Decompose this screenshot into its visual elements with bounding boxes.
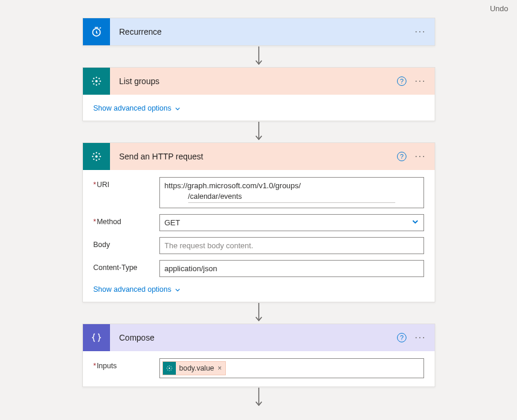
chevron-down-icon	[175, 286, 181, 292]
svg-point-23	[171, 368, 172, 368]
help-icon[interactable]: ?	[397, 333, 406, 342]
svg-point-1	[95, 80, 97, 82]
svg-point-16	[98, 153, 99, 154]
help-icon[interactable]: ?	[397, 152, 406, 161]
undo-button[interactable]: Undo	[490, 4, 508, 13]
uri-input[interactable]: https://graph.microsoft.com/v1.0/groups/…	[159, 177, 424, 208]
step-http-request: Send an HTTP request ? ··· *URI https://…	[82, 142, 435, 302]
svg-point-13	[92, 156, 93, 157]
show-advanced-label: Show advanced options	[94, 285, 172, 294]
show-advanced-toggle[interactable]: Show advanced options	[94, 283, 424, 295]
method-label: *Method	[94, 214, 159, 226]
show-advanced-toggle[interactable]: Show advanced options	[94, 102, 424, 114]
svg-point-18	[98, 158, 99, 159]
svg-point-15	[93, 153, 94, 154]
svg-point-14	[99, 156, 101, 157]
step-title: List groups	[110, 76, 398, 86]
connector-arrow	[255, 46, 263, 67]
content-type-label: Content-Type	[94, 260, 159, 272]
braces-icon	[83, 324, 110, 351]
method-select[interactable]: GET	[159, 214, 424, 231]
more-menu-button[interactable]: ···	[415, 76, 426, 86]
dynamic-content-token[interactable]: body.value ×	[162, 361, 226, 375]
body-input[interactable]	[159, 237, 424, 254]
svg-point-5	[99, 81, 101, 82]
show-advanced-label: Show advanced options	[94, 104, 172, 112]
graph-node-icon	[163, 362, 176, 375]
svg-point-10	[95, 155, 97, 158]
step-header[interactable]: Compose ? ···	[83, 324, 435, 351]
more-menu-button[interactable]: ···	[415, 152, 426, 161]
svg-point-4	[92, 81, 93, 82]
svg-point-7	[98, 78, 99, 79]
token-label: body.value	[179, 364, 215, 372]
connector-arrow	[255, 302, 263, 324]
svg-point-2	[95, 76, 96, 78]
svg-point-6	[93, 78, 94, 79]
uri-value-line2: /calendar/events	[188, 192, 395, 203]
step-header[interactable]: Recurrence ···	[83, 18, 435, 45]
clock-icon	[83, 18, 110, 45]
step-recurrence: Recurrence ···	[82, 18, 435, 46]
svg-point-26	[167, 369, 168, 370]
token-remove-button[interactable]: ×	[218, 364, 222, 372]
content-type-input[interactable]	[159, 260, 424, 277]
svg-point-17	[93, 158, 94, 159]
svg-point-8	[93, 83, 94, 84]
svg-point-24	[167, 366, 168, 366]
uri-label: *URI	[94, 177, 159, 189]
step-header[interactable]: Send an HTTP request ? ···	[83, 143, 435, 170]
svg-point-12	[95, 159, 96, 161]
more-menu-button[interactable]: ···	[415, 333, 426, 342]
svg-point-9	[98, 83, 99, 84]
inputs-label: *Inputs	[94, 358, 159, 370]
chevron-down-icon	[175, 105, 181, 111]
step-header[interactable]: List groups ? ···	[83, 68, 435, 95]
inputs-field[interactable]: body.value ×	[159, 358, 424, 378]
step-title: Recurrence	[110, 27, 415, 36]
svg-point-21	[169, 370, 169, 371]
method-value: GET	[165, 218, 181, 227]
svg-point-25	[171, 366, 171, 366]
svg-point-3	[95, 84, 96, 85]
uri-value-line1: https://graph.microsoft.com/v1.0/groups/	[165, 181, 419, 192]
svg-point-22	[166, 368, 167, 368]
connector-arrow	[255, 121, 263, 142]
chevron-down-icon	[412, 218, 419, 227]
graph-node-icon	[83, 68, 110, 95]
step-title: Send an HTTP request	[110, 152, 398, 161]
graph-node-icon	[83, 143, 110, 170]
more-menu-button[interactable]: ···	[415, 27, 426, 36]
step-list-groups: List groups ? ··· Show advanced options	[82, 67, 435, 121]
step-compose: Compose ? ··· *Inputs	[82, 324, 435, 387]
svg-point-19	[168, 368, 169, 369]
help-icon[interactable]: ?	[397, 76, 406, 86]
svg-point-11	[95, 152, 96, 153]
svg-point-27	[171, 369, 171, 370]
body-label: Body	[94, 237, 159, 249]
svg-point-20	[169, 365, 169, 366]
connector-arrow	[255, 387, 263, 408]
step-title: Compose	[110, 333, 398, 342]
